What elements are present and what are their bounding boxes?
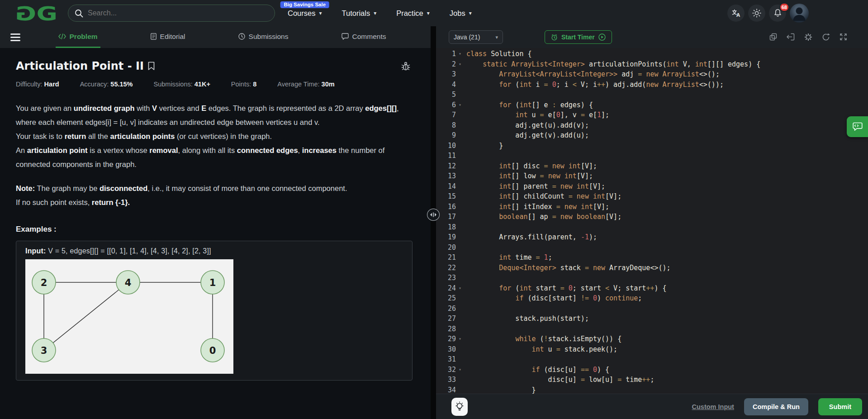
example-input-value: V = 5, edges[][] = [[0, 1], [1, 4], [4, …: [48, 247, 211, 255]
line-number: 33: [436, 375, 456, 385]
line-number: 7: [436, 110, 456, 120]
comment-icon: [342, 33, 349, 40]
code-editor[interactable]: 1▾class Solution {2▾ static ArrayList<In…: [436, 48, 868, 394]
copy-icon[interactable]: [769, 33, 777, 41]
fold-caret-icon[interactable]: ▾: [456, 59, 464, 70]
code-line: 33 disc[u] = low[u] = time++;: [436, 375, 868, 385]
graph-node-label: 3: [41, 345, 47, 356]
fold-spacer: [456, 80, 464, 90]
fold-spacer: [456, 304, 464, 314]
code-line: 4 for (int i = 0; i < V; i++) adj.add(ne…: [436, 80, 868, 90]
search-icon: [75, 9, 83, 18]
custom-input-link[interactable]: Custom Input: [692, 403, 734, 410]
examples-heading: Examples :: [16, 225, 410, 234]
tab-comments[interactable]: Comments: [339, 26, 389, 48]
avatar[interactable]: [790, 4, 809, 23]
graph-node-label: 1: [209, 277, 216, 288]
tab-problem[interactable]: Problem: [56, 26, 100, 48]
example-graph: 24130: [25, 259, 233, 374]
tab-submissions[interactable]: Submissions: [236, 26, 291, 48]
search-input[interactable]: [88, 9, 268, 17]
gear-icon[interactable]: [804, 33, 812, 41]
translate-button[interactable]: A: [727, 5, 745, 22]
stat-item: Points: 8: [231, 81, 256, 88]
code-line: 19 Arrays.fill(parent, -1);: [436, 232, 868, 243]
problem-stats: Difficulty: HardAccuracy: 55.15%Submissi…: [16, 81, 410, 88]
code-line: 29▾ while (!stack.isEmpty()) {: [436, 334, 868, 344]
fullscreen-icon[interactable]: [840, 33, 847, 41]
code-line: 23: [436, 273, 868, 283]
search-bar: [68, 5, 275, 22]
code-line: 22 Deque<Integer> stack = new ArrayDeque…: [436, 263, 868, 273]
split-drag-handle[interactable]: [427, 209, 440, 221]
code-line: 26: [436, 304, 868, 314]
code-line: 24▾ for (int start = 0; start < V; start…: [436, 283, 868, 294]
line-number: 31: [436, 354, 456, 365]
graph-edge: [44, 282, 128, 350]
fold-spacer: [456, 191, 464, 202]
graph-node-label: 0: [209, 345, 216, 356]
theme-sun-icon: [752, 9, 761, 18]
start-timer-button[interactable]: Start Timer: [545, 30, 612, 44]
code-line: 31: [436, 354, 868, 365]
code-line: 7 int u = e[0], v = e[1];: [436, 110, 868, 120]
line-number: 4: [436, 80, 456, 90]
bug-report-icon[interactable]: [401, 62, 410, 71]
fold-caret-icon[interactable]: ▾: [456, 100, 464, 110]
line-number: 26: [436, 304, 456, 314]
doc-icon: [151, 33, 157, 40]
import-code-icon[interactable]: [787, 33, 795, 41]
language-select[interactable]: Java (21) ▾: [449, 30, 503, 44]
fold-spacer: [456, 120, 464, 131]
line-number: 3: [436, 69, 456, 80]
line-number: 14: [436, 181, 456, 192]
fold-spacer: [456, 212, 464, 222]
code-line: 17 boolean[] ap = new boolean[V];: [436, 212, 868, 222]
code-line: 15 int[] childCount = new int[V];: [436, 191, 868, 202]
problem-note: Note: The graph may be disconnected, i.e…: [16, 181, 410, 210]
nav-item-jobs[interactable]: Jobs▾: [450, 9, 472, 18]
submit-button[interactable]: Submit: [818, 398, 862, 415]
fold-caret-icon[interactable]: ▾: [456, 49, 464, 59]
bookmark-icon[interactable]: [148, 62, 155, 71]
code-line: 11: [436, 151, 868, 161]
fold-spacer: [456, 202, 464, 212]
nav-item-practice[interactable]: Practice▾: [396, 9, 430, 18]
line-number: 20: [436, 243, 456, 253]
line-number: 10: [436, 141, 456, 151]
code-line: 25 if (disc[start] != 0) continue;: [436, 293, 868, 304]
code-line: 30 int u = stack.peek();: [436, 344, 868, 355]
problem-tabbar: ProblemEditorialSubmissionsComments: [0, 26, 431, 48]
nav-item-tutorials[interactable]: Tutorials▾: [342, 9, 376, 18]
graph-node-label: 4: [125, 277, 132, 288]
line-number: 6: [436, 100, 456, 110]
fold-spacer: [456, 375, 464, 385]
fold-caret-icon[interactable]: ▾: [456, 334, 464, 344]
panel-splitter[interactable]: [431, 26, 436, 419]
code-line: 27 stack.push(start);: [436, 314, 868, 324]
line-number: 22: [436, 263, 456, 273]
hamburger-menu-button[interactable]: [0, 26, 32, 48]
fold-caret-icon[interactable]: ▾: [456, 365, 464, 375]
lightbulb-icon: [455, 401, 464, 412]
tab-editorial[interactable]: Editorial: [148, 26, 188, 48]
nav-item-courses[interactable]: Big Savings SaleCourses▾: [288, 9, 322, 18]
code-lines: 1▾class Solution {2▾ static ArrayList<In…: [436, 49, 868, 394]
theme-toggle-button[interactable]: [748, 5, 765, 22]
code-line: 10 }: [436, 141, 868, 151]
feedback-chat-widget[interactable]: [847, 116, 868, 137]
gfg-logo[interactable]: G G: [15, 3, 58, 23]
problem-tabs: ProblemEditorialSubmissionsComments: [32, 26, 431, 48]
fold-caret-icon[interactable]: ▾: [456, 283, 464, 294]
fold-spacer: [456, 324, 464, 334]
line-number: 13: [436, 171, 456, 181]
svg-text:G: G: [15, 3, 36, 23]
hint-button[interactable]: [451, 398, 468, 416]
stat-item: Accuracy: 55.15%: [80, 81, 133, 88]
refresh-icon[interactable]: [822, 33, 830, 41]
compile-run-button[interactable]: Compile & Run: [744, 398, 808, 415]
chat-feedback-icon: [853, 122, 863, 131]
example-graph-image: 24130: [25, 259, 233, 374]
notifications-button[interactable]: 68: [769, 5, 786, 22]
fold-spacer: [456, 252, 464, 263]
